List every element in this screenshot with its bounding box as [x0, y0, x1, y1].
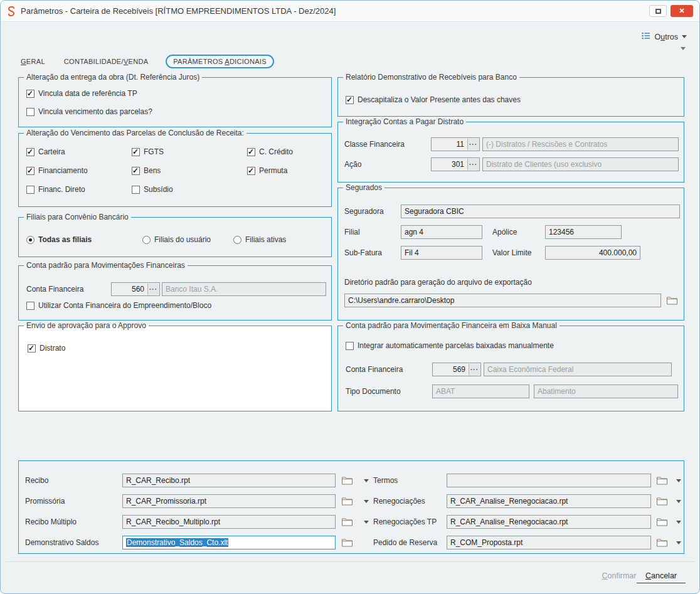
secondary-chevron-down-icon[interactable]: [681, 47, 686, 50]
diretorio-field[interactable]: C:\Users\andre.carraro\Desktop: [344, 294, 661, 307]
valor-limite-field[interactable]: 400.000,00: [545, 246, 640, 260]
folder-icon: [342, 517, 353, 526]
lookup-ellipsis-icon[interactable]: [147, 284, 159, 295]
apolice-label: Apólice: [492, 228, 517, 236]
subfatura-field[interactable]: Fil 4: [401, 246, 482, 260]
report-label: Renegociações TP: [373, 517, 437, 526]
lookup-ellipsis-icon[interactable]: [467, 159, 479, 170]
checkbox-vincula-vencimento-parcelas[interactable]: Vincula vencimento das parcelas?: [26, 107, 152, 116]
checkbox-icon: [26, 108, 34, 116]
checkbox-financ-direto[interactable]: Financ. Direto: [26, 185, 85, 194]
radio-label: Filiais ativas: [245, 235, 286, 244]
recibo-multiplo-dropdown-button[interactable]: [361, 515, 371, 529]
radio-icon: [233, 236, 241, 244]
classe-financeira-label: Classe Financeira: [344, 140, 405, 149]
promissoria-folder-button[interactable]: [340, 494, 354, 508]
checkbox-c-credito[interactable]: C. Crédito: [247, 147, 293, 156]
list-icon: [642, 32, 650, 41]
demonstrativo-saldos-field[interactable]: Demonstrativo_Saldos_Cto.xlt: [122, 536, 336, 549]
checkbox-bens[interactable]: Bens: [132, 166, 161, 175]
checkbox-label: Vincula vencimento das parcelas?: [38, 107, 152, 116]
renegociacoes-dropdown-button[interactable]: [674, 494, 684, 508]
radio-filiais-usuario[interactable]: Filiais do usuário: [142, 235, 211, 244]
tipo-documento-desc-field: Abatimento: [534, 385, 678, 398]
tab-parametros-adicionais[interactable]: PARÂMETROS ADICIONAIS: [166, 55, 274, 68]
checkbox-utilizar-conta-empreendimento[interactable]: Utilizar Conta Financeira do Empreendime…: [26, 301, 211, 310]
cancelar-button[interactable]: Cancelar: [637, 568, 686, 583]
pedido-reserva-field[interactable]: R_COM_Proposta.rpt: [447, 536, 651, 549]
termos-dropdown-button[interactable]: [674, 474, 684, 487]
tab-contabilidade-venda[interactable]: CONTABILIDADE/VENDA: [63, 56, 149, 67]
lookup-ellipsis-icon[interactable]: [467, 139, 479, 150]
checkbox-permuta[interactable]: Permuta: [247, 166, 287, 175]
pedido-reserva-dropdown-button[interactable]: [674, 536, 684, 549]
checkbox-descapitaliza[interactable]: Descapitaliza o Valor Presente antes das…: [346, 95, 521, 104]
checkbox-icon: [132, 167, 140, 175]
promissoria-field[interactable]: R_CAR_Promissoria.rpt: [122, 494, 336, 508]
conta-financeira-value: 560: [132, 285, 144, 294]
checkbox-label: Subsídio: [144, 185, 173, 194]
renegociacoes-tp-field[interactable]: R_CAR_Analise_Renegociacao.rpt: [447, 515, 651, 529]
apolice-field[interactable]: 123456: [545, 225, 622, 239]
checkbox-vincula-data-referencia-tp[interactable]: Vincula data de referência TP: [26, 89, 137, 98]
recibo-multiplo-field[interactable]: R_CAR_Recibo_Multiplo.rpt: [122, 515, 336, 529]
group-title: Alteração do Vencimento das Parcelas de …: [24, 129, 247, 137]
recibo-field[interactable]: R_CAR_Recibo.rpt: [122, 474, 336, 487]
title-bar[interactable]: Parâmetros - Carteira de Recebíveis [RÍT…: [1, 1, 699, 22]
group-entrega-obra: Alteração da entrega da obra (Dt. Referê…: [18, 77, 332, 127]
recibo-folder-button[interactable]: [340, 474, 354, 487]
conta-financeira-lookup-field[interactable]: 560: [111, 282, 160, 296]
report-label: Pedido de Reserva: [373, 538, 437, 547]
parameters-window: Parâmetros - Carteira de Recebíveis [RÍT…: [0, 0, 700, 594]
group-relatorio-banco: Relatório Demonstrativo de Recebíveis pa…: [337, 77, 684, 117]
acao-lookup-field[interactable]: 301: [431, 157, 480, 171]
renegociacoes-field[interactable]: R_CAR_Analise_Renegociacao.rpt: [447, 494, 651, 508]
diretorio-folder-button[interactable]: [665, 294, 679, 307]
valor-limite-label: Valor Limite: [492, 248, 531, 257]
outros-button[interactable]: Outros: [639, 31, 689, 43]
group-title: Segurados: [343, 183, 384, 192]
recibo-multiplo-folder-button[interactable]: [340, 515, 354, 529]
checkbox-label: FGTS: [144, 147, 164, 156]
selected-text: Demonstrativo_Saldos_Cto.xlt: [126, 538, 228, 547]
checkbox-carteira[interactable]: Carteira: [26, 147, 65, 156]
demonstrativo-saldos-folder-button[interactable]: [340, 536, 354, 549]
chevron-down-icon: [676, 541, 681, 544]
termos-field[interactable]: [447, 474, 651, 487]
radio-filiais-ativas[interactable]: Filiais ativas: [233, 235, 286, 244]
seguradora-field[interactable]: Seguradora CBIC: [401, 204, 680, 218]
group-vencimento-parcelas: Alteração do Vencimento das Parcelas de …: [18, 133, 332, 207]
checkbox-integrar-automaticamente[interactable]: Integrar automaticamente parcelas baixad…: [346, 341, 554, 350]
filial-field[interactable]: agn 4: [401, 225, 482, 239]
tab-geral[interactable]: GERAL: [19, 56, 46, 67]
baixa-conta-financeira-lookup-field[interactable]: 569: [432, 363, 481, 376]
acao-label: Ação: [344, 160, 361, 169]
maximize-button[interactable]: [649, 5, 667, 17]
checkbox-subsidio[interactable]: Subsídio: [132, 185, 173, 194]
folder-icon: [657, 497, 667, 506]
renegociacoes-folder-button[interactable]: [655, 494, 669, 508]
renegociacoes-tp-folder-button[interactable]: [655, 515, 669, 529]
checkbox-financiamento[interactable]: Financiamento: [26, 166, 88, 175]
renegociacoes-tp-dropdown-button[interactable]: [674, 515, 684, 529]
folder-icon: [342, 497, 353, 506]
subfatura-label: Sub-Fatura: [344, 248, 382, 257]
checkbox-icon: [26, 148, 34, 156]
termos-folder-button[interactable]: [655, 474, 669, 487]
radio-todas-filiais[interactable]: Todas as filiais: [26, 235, 92, 244]
checkbox-icon: [28, 344, 36, 353]
checkbox-distrato[interactable]: Distrato: [28, 344, 65, 353]
group-integracao-distrato: Integração Contas a Pagar Distrato Class…: [337, 122, 684, 183]
checkbox-fgts[interactable]: FGTS: [132, 147, 164, 156]
group-conta-movimentacoes: Conta padrão para Movimentações Financei…: [18, 265, 332, 321]
group-filiais-convenio: Filiais para Convênio Bancário Todas as …: [18, 217, 332, 257]
folder-icon: [667, 296, 677, 305]
tipo-documento-field: ABAT: [432, 385, 529, 398]
recibo-dropdown-button[interactable]: [361, 474, 371, 487]
pedido-reserva-folder-button[interactable]: [655, 536, 669, 549]
classe-financeira-lookup-field[interactable]: 11: [431, 137, 480, 151]
footer-divider: [6, 561, 694, 562]
lookup-ellipsis-icon[interactable]: [469, 364, 480, 375]
promissoria-dropdown-button[interactable]: [361, 494, 371, 508]
close-button[interactable]: [671, 5, 693, 17]
